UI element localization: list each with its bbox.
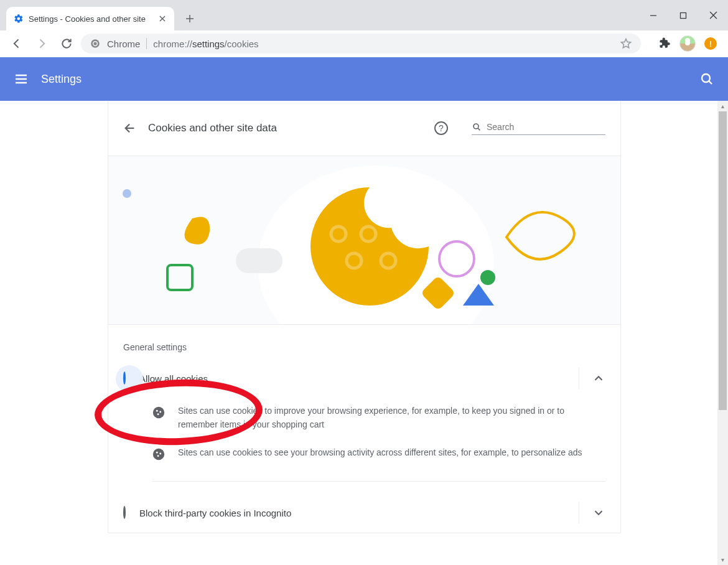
svg-point-20 [157, 413, 159, 415]
site-info-icon[interactable] [90, 38, 101, 49]
settings-card: Cookies and other site data ? [108, 101, 621, 533]
cookie-icon [152, 447, 166, 461]
tab-close-icon[interactable] [158, 14, 167, 23]
forward-button[interactable] [31, 33, 52, 54]
option-detail-text: Sites can use cookies to improve your br… [178, 404, 595, 431]
card-header: Cookies and other site data ? [108, 101, 620, 156]
search-icon [472, 122, 482, 132]
address-bar[interactable]: Chrome chrome://settings/cookies [81, 34, 641, 54]
browser-toolbar: Chrome chrome://settings/cookies ! [0, 30, 728, 57]
option-block-third-party-incognito[interactable]: Block third-party cookies in Incognito [108, 493, 620, 533]
back-button[interactable] [6, 33, 27, 54]
svg-point-19 [159, 411, 161, 413]
settings-gear-icon [14, 14, 24, 24]
omnibox-chrome-label: Chrome [107, 39, 140, 49]
scroll-up-arrow-icon[interactable]: ▴ [717, 101, 728, 111]
maximize-button[interactable] [668, 0, 698, 30]
svg-point-24 [157, 455, 159, 457]
omnibox-divider [146, 38, 147, 49]
option-label: Allow all cookies [139, 373, 572, 384]
extensions-icon[interactable] [658, 37, 671, 50]
settings-app-header: Settings [0, 57, 728, 101]
menu-hamburger-icon[interactable] [14, 72, 29, 86]
bookmark-star-icon[interactable] [620, 37, 632, 50]
chevron-down-icon[interactable] [592, 506, 605, 520]
svg-point-22 [156, 452, 158, 454]
cookie-icon [152, 406, 166, 419]
radio-selected-icon[interactable] [123, 371, 126, 385]
svg-point-18 [156, 410, 158, 412]
svg-point-21 [153, 449, 164, 460]
option-detail-row: Sites can use cookies to see your browsi… [108, 440, 620, 470]
svg-point-23 [159, 453, 161, 455]
option-label: Block third-party cookies in Incognito [139, 508, 572, 518]
option-detail-row: Sites can use cookies to improve your br… [108, 398, 620, 440]
svg-rect-12 [167, 265, 192, 290]
header-search-icon[interactable] [699, 72, 714, 86]
svg-rect-0 [681, 12, 686, 18]
chevron-up-icon[interactable] [592, 371, 605, 385]
settings-header-title: Settings [41, 73, 82, 86]
close-window-button[interactable] [698, 0, 728, 30]
radio-unselected-icon[interactable] [123, 506, 126, 519]
omnibox-url: chrome://settings/cookies [153, 39, 258, 49]
profile-avatar[interactable] [679, 35, 696, 52]
section-label: General settings [108, 325, 620, 358]
svg-point-5 [474, 124, 478, 129]
hero-illustration [108, 156, 620, 325]
option-allow-all-cookies[interactable]: Allow all cookies [108, 358, 620, 398]
new-tab-button[interactable] [180, 9, 199, 28]
window-controls [638, 0, 728, 30]
content-region: Cookies and other site data ? [0, 101, 728, 565]
svg-point-4 [702, 74, 710, 82]
scroll-thumb[interactable] [719, 111, 727, 410]
settings-back-icon[interactable] [123, 121, 137, 135]
update-warning-icon[interactable]: ! [704, 37, 717, 50]
tab-strip: Settings - Cookies and other site [0, 0, 728, 30]
svg-point-17 [153, 407, 164, 418]
vertical-scrollbar[interactable]: ▴ ▾ [717, 101, 728, 565]
tab-title: Settings - Cookies and other site [29, 14, 158, 24]
settings-search-field[interactable] [472, 122, 605, 135]
browser-tab[interactable]: Settings - Cookies and other site [6, 7, 174, 30]
reload-button[interactable] [56, 33, 77, 54]
svg-point-11 [123, 189, 131, 198]
help-icon[interactable]: ? [434, 121, 448, 135]
scroll-down-arrow-icon[interactable]: ▾ [717, 554, 728, 565]
minimize-button[interactable] [638, 0, 668, 30]
svg-point-3 [93, 42, 96, 45]
option-detail-text: Sites can use cookies to see your browsi… [178, 446, 582, 461]
settings-search-input[interactable] [487, 122, 605, 132]
page-title: Cookies and other site data [148, 122, 277, 134]
svg-rect-13 [236, 248, 282, 273]
svg-point-16 [480, 270, 495, 285]
